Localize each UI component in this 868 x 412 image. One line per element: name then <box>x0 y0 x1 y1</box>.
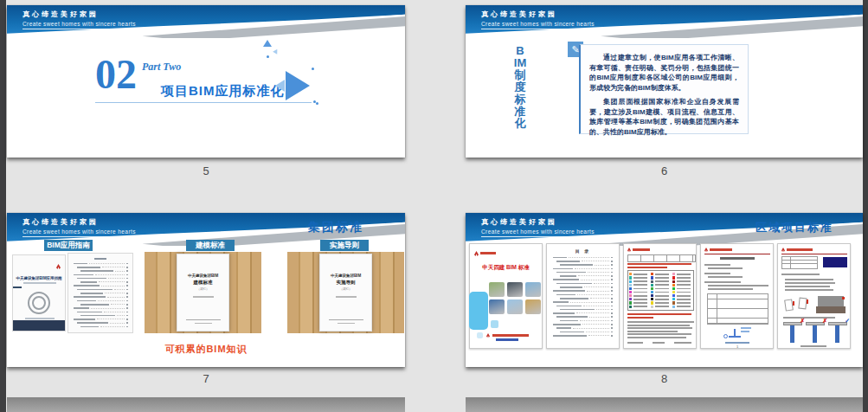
color-swatch <box>651 298 653 300</box>
color-swatch <box>672 276 675 279</box>
cover-dash <box>13 286 22 288</box>
company-logo-icon <box>56 264 61 269</box>
t-shape: ✓ <box>828 322 847 344</box>
title-bar <box>720 257 755 260</box>
blue-shape <box>477 332 483 338</box>
wrong-mark: ✗ <box>800 318 805 325</box>
caption-bar <box>725 342 749 344</box>
color-swatch <box>651 306 653 308</box>
micro-line <box>195 323 212 325</box>
micro-line <box>193 296 214 298</box>
color-swatch <box>651 301 653 304</box>
brand-slogan-en: Create sweet homes with sincere hearts <box>23 229 136 235</box>
brand-slogan: 真心缔造美好家园 <box>23 10 136 19</box>
color-swatch <box>629 273 632 275</box>
toc-line <box>553 327 613 330</box>
paragraph: 通过建章立制，使BIM应用各项工作清晰、有章可循、责任明确、奖罚分明，包括集团统… <box>589 53 739 93</box>
micro-line <box>23 282 56 284</box>
color-swatch <box>672 287 675 290</box>
brand-slogan: 真心缔造美好家园 <box>481 10 595 19</box>
slide-title: 集团标准 <box>308 220 363 235</box>
toc-line <box>553 256 613 259</box>
slide-thumbnail-8[interactable]: 真心缔造美好家园 Create sweet homes with sincere… <box>466 213 863 367</box>
text-bar <box>708 288 753 290</box>
t-stem <box>813 325 817 343</box>
text-bar <box>785 282 835 284</box>
revision-table <box>781 256 818 269</box>
legend-entry <box>651 291 671 294</box>
color-swatch <box>672 284 675 286</box>
micro-line <box>338 323 355 325</box>
color-swatch <box>629 306 632 308</box>
legend-entry <box>651 294 671 298</box>
text-bar <box>627 325 690 326</box>
toc-line <box>553 319 613 322</box>
red-note-bar <box>627 263 691 265</box>
brand-slogan-en: Create sweet homes with sincere hearts <box>23 21 136 27</box>
slide-thumbnail-7[interactable]: 真心缔造美好家园 Create sweet homes with sincere… <box>7 213 405 367</box>
toc-line <box>74 318 128 320</box>
subtitle-bar <box>496 338 518 341</box>
legend-entry <box>629 305 649 308</box>
toc-line <box>553 271 613 274</box>
color-swatch <box>651 287 653 290</box>
logo-text-bar <box>633 248 650 251</box>
color-swatch <box>651 291 653 293</box>
legend-entry <box>672 273 692 276</box>
book-cover: 中天建设集团BIM 建模标准 （试行） <box>177 254 229 332</box>
color-swatch <box>651 280 653 283</box>
toc-line <box>553 290 613 293</box>
page-number-tiny: 1 <box>736 344 738 349</box>
text-bar <box>627 321 694 323</box>
building-photo <box>525 299 541 314</box>
toc-line <box>553 286 613 288</box>
legend-entry <box>629 276 649 280</box>
building-photo <box>507 282 523 297</box>
text-bar <box>704 273 730 274</box>
red-mark <box>793 301 794 306</box>
play-triangle-icon <box>286 71 310 100</box>
book-open-spread: 中天建设集团BIM应用指南 <box>12 253 133 333</box>
slide-thumbnail-5[interactable]: 真心缔造美好家园 Create sweet homes with sincere… <box>7 5 405 158</box>
book-toc-page <box>68 253 133 333</box>
next-slide-partial[interactable] <box>7 397 405 412</box>
t-shape: ✗ <box>783 322 802 344</box>
small-triangle-icon <box>275 80 285 92</box>
t-shape-diagram: ✗ ✗ ✓ <box>783 322 849 344</box>
diagram-node <box>723 334 728 338</box>
text-bar <box>785 279 833 280</box>
legend-entry <box>672 298 692 301</box>
caption-bar <box>800 345 826 347</box>
toc-line <box>74 288 128 291</box>
legend-entry <box>672 301 692 305</box>
legend-entry <box>629 291 649 294</box>
logo-text-bar <box>480 252 496 254</box>
next-slide-partial[interactable] <box>466 397 863 412</box>
toc-line <box>74 299 128 302</box>
toc-line <box>553 305 613 307</box>
text-bar <box>781 274 820 275</box>
block-base <box>816 306 845 313</box>
vertical-title-char: 标 <box>509 93 531 106</box>
vertical-section-title: BIM制度标准化 <box>509 45 531 130</box>
book-photo-guideline: 中天建设集团BIM 实施导则 （试行） <box>287 252 404 333</box>
legend-entry <box>651 283 671 286</box>
company-logo-icon <box>474 251 479 256</box>
color-swatch <box>629 298 632 300</box>
building-photo <box>507 299 523 314</box>
table-divider <box>790 257 791 268</box>
rule-line <box>781 254 847 254</box>
toc-line <box>74 262 128 265</box>
toc-line <box>74 325 128 328</box>
legend-entry <box>651 305 671 308</box>
toc-heading: 目 录 <box>547 248 619 254</box>
text-bar <box>627 327 692 329</box>
legend-entry <box>651 298 671 301</box>
footer-bar <box>627 342 643 344</box>
t-stem <box>835 325 839 343</box>
text-bar <box>704 264 730 266</box>
logo-text-bar <box>787 248 813 251</box>
vertical-title-char: 化 <box>509 118 531 130</box>
color-swatch <box>672 301 675 304</box>
slide-thumbnail-6[interactable]: 真心缔造美好家园 Create sweet homes with sincere… <box>466 5 863 158</box>
